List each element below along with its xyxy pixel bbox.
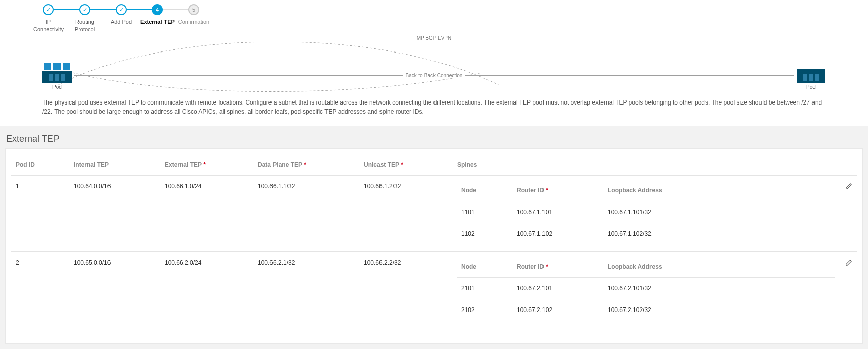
step-number-icon: 5 [188,4,199,15]
col-node: Node [457,259,513,278]
step-routing-protocol[interactable]: ✓ Routing Protocol [67,4,103,33]
cell-unicast-tep: 100.66.2.2/32 [359,251,452,328]
check-icon: ✓ [79,4,90,15]
description-text: The physical pod uses external TEP to co… [0,94,868,126]
edit-icon[interactable] [845,183,852,191]
col-unicast-tep: Unicast TEP * [359,154,452,176]
pod-icon [42,63,72,83]
cell-pod-id: 1 [11,175,69,251]
connection-arcs [42,37,826,93]
back-to-back-label: Back-to-Back Connection [403,73,466,78]
spine-row: 2101 100.67.2.101 100.67.2.101/32 [457,277,835,299]
step-number-icon: 4 [152,4,163,15]
step-external-tep[interactable]: 4 External TEP [139,4,176,26]
mp-bgp-evpn-label: MP BGP EVPN [414,35,455,41]
section-title: External TEP [5,131,863,148]
table-row: 2 100.65.0.0/16 100.66.2.0/24 100.66.2.1… [11,251,857,328]
cell-internal-tep: 100.64.0.0/16 [69,175,159,251]
col-internal-tep: Internal TEP [69,154,159,176]
pod-left-label: Pod [42,84,72,90]
step-add-pod[interactable]: ✓ Add Pod [103,4,139,26]
spine-row: 2102 100.67.2.102 100.67.2.102/32 [457,299,835,321]
check-icon: ✓ [116,4,127,15]
wizard-stepper: ✓ IP Connectivity ✓ Routing Protocol ✓ A… [0,0,868,33]
cell-external-tep: 100.66.2.0/24 [159,251,253,328]
spine-row: 1101 100.67.1.101 100.67.1.101/32 [457,201,835,223]
col-loopback: Loopback Address [604,259,835,278]
col-pod-id: Pod ID [11,154,69,176]
spines-table: Node Router ID * Loopback Address 1101 1… [457,183,835,244]
col-router-id: Router ID * [513,259,604,278]
col-data-plane-tep: Data Plane TEP * [253,154,359,176]
step-confirmation[interactable]: 5 Confirmation [176,4,212,26]
check-icon: ✓ [43,4,54,15]
cell-unicast-tep: 100.66.1.2/32 [359,175,452,251]
cell-data-plane-tep: 100.66.1.1/32 [253,175,359,251]
spines-table: Node Router ID * Loopback Address 2101 1… [457,259,835,321]
cell-external-tep: 100.66.1.0/24 [159,175,253,251]
topology-diagram: MP BGP EVPN Pod Back-to-Back Connection … [0,33,868,94]
external-tep-panel: Pod ID Internal TEP External TEP * Data … [5,148,863,344]
pod-icon [797,69,825,83]
col-router-id: Router ID * [513,183,604,201]
col-loopback: Loopback Address [604,183,835,201]
cell-pod-id: 2 [11,251,69,328]
cell-internal-tep: 100.65.0.0/16 [69,251,159,328]
col-spines: Spines [452,154,840,176]
pod-right-label: Pod [796,84,826,90]
step-ip-connectivity[interactable]: ✓ IP Connectivity [30,4,67,33]
back-to-back-line: Back-to-Back Connection [74,75,794,76]
cell-data-plane-tep: 100.66.2.1/32 [253,251,359,328]
col-node: Node [457,183,513,201]
tep-table: Pod ID Internal TEP External TEP * Data … [11,154,857,328]
table-row: 1 100.64.0.0/16 100.66.1.0/24 100.66.1.1… [11,175,857,251]
edit-icon[interactable] [845,259,852,268]
col-external-tep: External TEP * [159,154,253,176]
spine-row: 1102 100.67.1.102 100.67.1.102/32 [457,223,835,244]
